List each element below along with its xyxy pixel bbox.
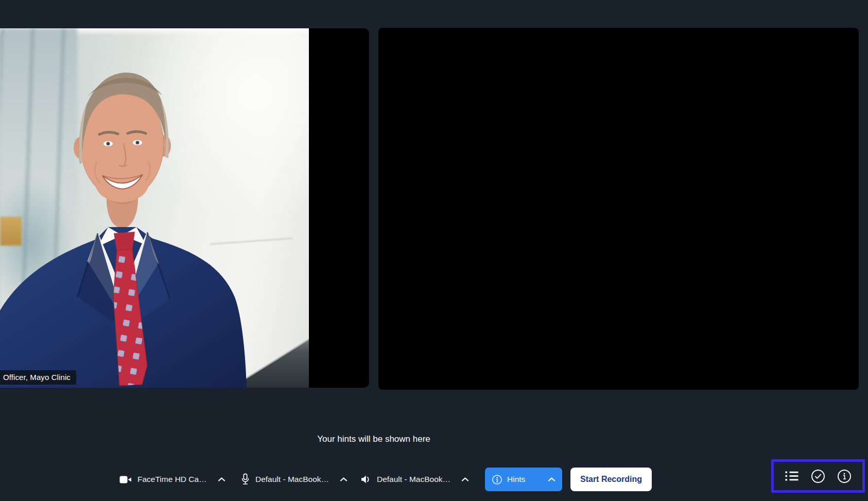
speaker-select[interactable]: Default - MacBook… [360, 467, 469, 492]
camera-select-label: FaceTime HD Ca… [137, 475, 207, 484]
speaker-icon [360, 474, 371, 485]
chevron-up-icon [340, 477, 348, 482]
info-circle-icon [492, 474, 502, 485]
hints-placeholder-text: Your hints will be shown here [317, 434, 430, 444]
check-settings-button[interactable] [810, 468, 826, 485]
quick-actions-highlight [771, 459, 865, 493]
hints-options-toggle[interactable] [548, 477, 555, 482]
speaker-select-label: Default - MacBook… [377, 475, 450, 484]
microphone-select[interactable]: Default - MacBook… [241, 467, 348, 492]
info-button[interactable] [836, 468, 853, 485]
microphone-icon [241, 473, 250, 486]
recorder-window: Officer, Mayo Clinic Your hints will be … [0, 0, 868, 501]
list-icon [785, 470, 799, 482]
chevron-up-icon [548, 477, 555, 482]
camera-preview-panel: Officer, Mayo Clinic [0, 28, 369, 388]
speaker-caption-badge: Officer, Mayo Clinic [0, 370, 76, 385]
check-circle-icon [811, 469, 825, 483]
info-circle-icon [837, 469, 852, 483]
video-camera-icon [119, 475, 132, 484]
hints-button[interactable]: Hints [485, 468, 562, 491]
bottom-toolbar: FaceTime HD Ca… Default - MacBook… Def [0, 467, 868, 493]
script-list-button[interactable] [784, 469, 800, 483]
start-recording-button[interactable]: Start Recording [570, 468, 652, 491]
microphone-select-label: Default - MacBook… [255, 475, 329, 484]
chevron-up-icon [461, 477, 469, 482]
screen-preview-panel [378, 28, 859, 390]
camera-select[interactable]: FaceTime HD Ca… [119, 467, 225, 492]
presenter-portrait-illustration [0, 28, 309, 388]
chevron-up-icon [218, 477, 225, 482]
presenter-photo: Officer, Mayo Clinic [0, 28, 309, 388]
hints-button-label: Hints [507, 475, 525, 484]
